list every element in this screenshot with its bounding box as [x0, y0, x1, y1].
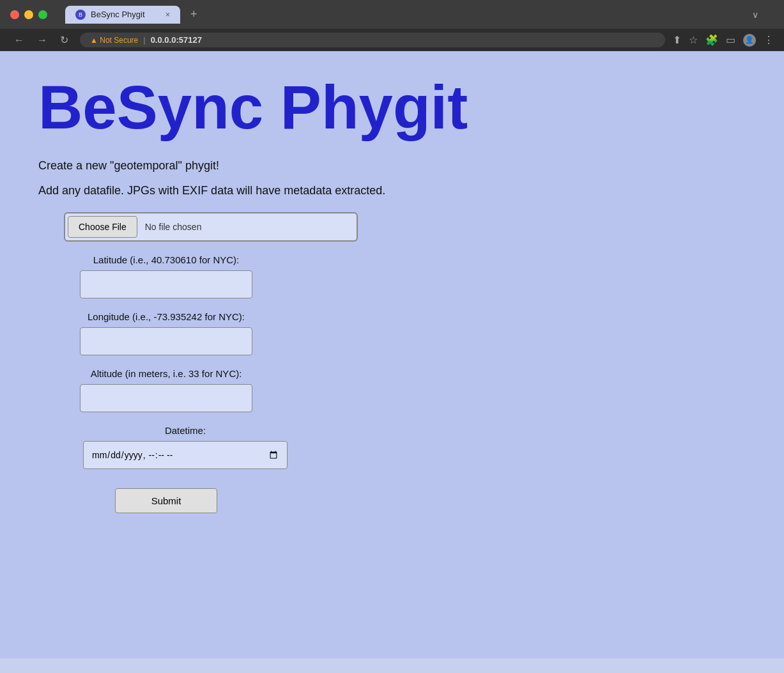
longitude-field-group: Longitude (i.e., -73.935242 for NYC):	[64, 311, 268, 355]
no-file-chosen-text: No file chosen	[137, 217, 210, 237]
address-bar: ← → ↻ ▲ Not Secure | 0.0.0.0:57127 ⬆ ☆ 🧩…	[0, 29, 784, 51]
extensions-icon[interactable]: 🧩	[705, 34, 718, 46]
security-warning: ▲ Not Secure	[90, 36, 138, 45]
menu-icon[interactable]: ⋮	[764, 34, 774, 46]
browser-window: B BeSync Phygit × + ∨ ← → ↻ ▲ Not Secure…	[0, 0, 784, 51]
choose-file-button[interactable]: Choose File	[68, 216, 137, 238]
split-view-icon[interactable]: ▭	[726, 34, 735, 46]
tab-favicon: B	[75, 10, 86, 20]
tab-close-button[interactable]: ×	[165, 10, 170, 19]
tab-expand-button[interactable]: ∨	[752, 10, 764, 20]
latitude-label: Latitude (i.e., 40.730610 for NYC):	[93, 254, 239, 265]
datetime-field-group: Datetime:	[64, 425, 307, 469]
url-text: 0.0.0.0:57127	[151, 35, 202, 45]
maximize-window-button[interactable]	[38, 10, 47, 19]
submit-section: Submit	[64, 488, 268, 513]
page-content: BeSync Phygit Create a new "geotemporal"…	[0, 51, 784, 658]
file-input-display: Choose File No file chosen	[64, 212, 358, 242]
datetime-input[interactable]	[83, 441, 288, 469]
forward-button[interactable]: →	[33, 33, 51, 47]
altitude-input[interactable]	[80, 384, 252, 412]
title-bar: B BeSync Phygit × + ∨	[0, 0, 784, 29]
latitude-field-group: Latitude (i.e., 40.730610 for NYC):	[64, 254, 268, 298]
description-line-2: Add any datafile. JPGs with EXIF data wi…	[38, 182, 746, 199]
traffic-lights	[10, 10, 47, 19]
url-bar[interactable]: ▲ Not Secure | 0.0.0.0:57127	[80, 33, 665, 47]
page-title: BeSync Phygit	[38, 77, 746, 138]
minimize-window-button[interactable]	[24, 10, 33, 19]
share-icon[interactable]: ⬆	[673, 34, 681, 46]
longitude-input[interactable]	[80, 327, 252, 355]
new-tab-button[interactable]: +	[185, 5, 203, 24]
tab-bar: B BeSync Phygit × + ∨	[55, 5, 774, 24]
toolbar-icons: ⬆ ☆ 🧩 ▭ 👤 ⋮	[673, 34, 774, 47]
form-container: Choose File No file chosen Latitude (i.e…	[38, 212, 746, 513]
profile-icon[interactable]: 👤	[743, 34, 756, 47]
longitude-label: Longitude (i.e., -73.935242 for NYC):	[88, 311, 245, 322]
submit-button[interactable]: Submit	[115, 488, 217, 513]
datetime-label: Datetime:	[165, 425, 206, 436]
nav-buttons: ← → ↻	[10, 33, 72, 47]
back-button[interactable]: ←	[10, 33, 28, 47]
close-window-button[interactable]	[10, 10, 19, 19]
url-separator: |	[143, 35, 145, 45]
file-input-wrapper: Choose File No file chosen	[64, 212, 358, 242]
refresh-button[interactable]: ↻	[56, 33, 72, 47]
altitude-label: Altitude (in meters, i.e. 33 for NYC):	[91, 368, 242, 379]
latitude-input[interactable]	[80, 270, 252, 298]
altitude-field-group: Altitude (in meters, i.e. 33 for NYC):	[64, 368, 268, 412]
description-line-1: Create a new "geotemporal" phygit!	[38, 157, 746, 174]
tab-title-text: BeSync Phygit	[91, 10, 145, 19]
active-tab[interactable]: B BeSync Phygit ×	[65, 6, 180, 24]
bookmark-icon[interactable]: ☆	[689, 34, 698, 46]
